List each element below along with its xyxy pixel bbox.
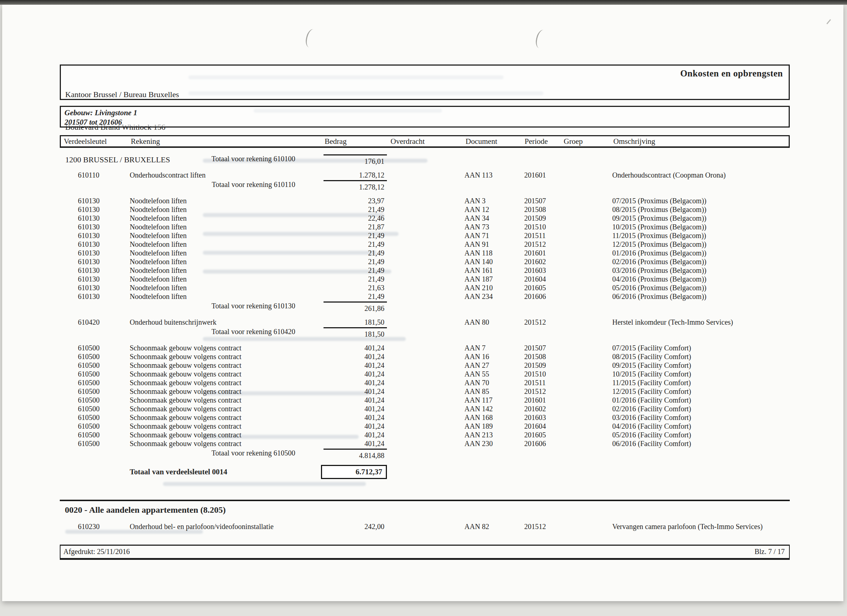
cell-document: AAN 189	[464, 422, 524, 430]
total-label: Totaal voor rekening 610100	[78, 154, 323, 165]
cell-rekening: Noodtelefoon liften	[130, 275, 323, 284]
section-divider-rule	[60, 500, 790, 501]
cell-periode: 201510	[524, 223, 563, 231]
table-row: 610130 Noodtelefoon liften 21,49 AAN 71 …	[60, 231, 790, 240]
cell-overdracht	[384, 430, 464, 439]
cell-rekening: Noodtelefoon liften	[130, 240, 323, 248]
cell-document: AAN 234	[464, 292, 524, 301]
cell-document: AAN 85	[464, 387, 524, 396]
cell-overdracht	[384, 396, 464, 405]
cell-verdeelsleutel: 610130	[78, 214, 130, 223]
col-rekening: Rekening	[131, 136, 325, 146]
cell-overdracht	[384, 344, 464, 352]
cell-periode: 201511	[524, 231, 563, 240]
cell-verdeelsleutel: 610130	[78, 257, 130, 266]
cell-document: AAN 70	[464, 378, 524, 387]
cell-document: AAN 168	[464, 413, 524, 422]
cell-verdeelsleutel: 610130	[78, 205, 130, 214]
table-row: 610500 Schoonmaak gebouw volgens contrac…	[60, 387, 790, 396]
cell-bedrag: 21,49	[323, 248, 384, 257]
cell-verdeelsleutel: 610110	[78, 171, 130, 179]
account-total-row: Totaal voor rekening 610500 4.814,88	[60, 449, 790, 460]
account-total-row: Totaal voor rekening 610110 1.278,12	[60, 180, 790, 191]
cell-rekening: Noodtelefoon liften	[130, 257, 323, 266]
cell-document: AAN 118	[464, 248, 524, 257]
cell-document: AAN 187	[464, 275, 524, 284]
table-row: 610500 Schoonmaak gebouw volgens contrac…	[60, 430, 790, 439]
cell-document: AAN 27	[464, 361, 524, 369]
cell-document: AAN 16	[464, 352, 524, 361]
cell-rekening: Schoonmaak gebouw volgens contract	[130, 430, 323, 439]
cell-overdracht	[384, 369, 464, 378]
cell-groep	[563, 369, 612, 378]
cell-document: AAN 140	[464, 257, 524, 266]
cell-groep	[563, 352, 612, 361]
cell-verdeelsleutel: 610130	[78, 231, 130, 240]
building-header-box: Gebouw: Livingstone 1 201507 tot 201606	[60, 106, 790, 127]
cell-rekening: Schoonmaak gebouw volgens contract	[130, 344, 323, 352]
table-row: 610130 Noodtelefoon liften 21,49 AAN 91 …	[60, 240, 790, 248]
cell-verdeelsleutel: 610500	[78, 439, 130, 448]
cell-verdeelsleutel: 610130	[78, 248, 130, 257]
cell-bedrag: 401,24	[323, 352, 384, 361]
cell-document: AAN 82	[464, 522, 524, 531]
cell-verdeelsleutel: 610130	[78, 284, 130, 292]
account-total-row: Totaal voor rekening 610130 261,86	[60, 301, 790, 313]
cell-groep	[563, 396, 612, 405]
cell-periode: 201510	[524, 369, 563, 378]
cell-document: AAN 91	[464, 240, 524, 248]
cell-overdracht	[384, 292, 464, 301]
cell-periode: 201512	[524, 522, 563, 531]
total-tail-spacer	[387, 180, 790, 191]
total-tail-spacer	[387, 301, 790, 313]
cell-periode: 201602	[524, 405, 563, 413]
cell-omschrijving: Herstel inkomdeur (Tech-Immo Services)	[612, 318, 790, 326]
total-tail-spacer	[387, 449, 790, 460]
cell-omschrijving: 12/2015 (Proximus (Belgacom))	[612, 240, 790, 248]
cell-overdracht	[384, 214, 464, 223]
cell-rekening: Schoonmaak gebouw volgens contract	[130, 439, 323, 448]
cell-verdeelsleutel: 610500	[78, 396, 130, 405]
table-row: 610420 Onderhoud buitenschrijnwerk 181,5…	[60, 318, 790, 326]
building-period: 201507 tot 201606	[65, 117, 137, 127]
cell-overdracht	[384, 257, 464, 266]
cell-bedrag: 401,24	[323, 422, 384, 430]
cell-periode: 201602	[524, 257, 563, 266]
scanner-edge-strip	[0, 0, 847, 5]
cell-periode: 201601	[524, 396, 563, 405]
table-row: 610500 Schoonmaak gebouw volgens contrac…	[60, 344, 790, 352]
cell-groep	[563, 318, 612, 326]
cell-verdeelsleutel: 610130	[78, 275, 130, 284]
cell-rekening: Schoonmaak gebouw volgens contract	[130, 387, 323, 396]
total-amount: 1.278,12	[323, 180, 387, 191]
cell-rekening: Noodtelefoon liften	[130, 292, 323, 301]
cell-omschrijving: 03/2016 (Facility Comfort)	[612, 413, 790, 422]
cell-periode: 201511	[524, 378, 563, 387]
account-total-row: Totaal voor rekening 610100 176,01	[60, 154, 790, 165]
table-row: 610500 Schoonmaak gebouw volgens contrac…	[60, 422, 790, 430]
table-row: 610110 Onderhoudscontract liften 1.278,1…	[60, 171, 790, 179]
account-group: 610500 Schoonmaak gebouw volgens contrac…	[60, 344, 790, 460]
cell-groep	[563, 439, 612, 448]
cell-bedrag: 23,97	[323, 196, 384, 205]
table-row: 610500 Schoonmaak gebouw volgens contrac…	[60, 361, 790, 369]
total-label: Totaal voor rekening 610130	[78, 301, 323, 313]
cell-bedrag: 21,63	[323, 284, 384, 292]
cell-overdracht	[384, 378, 464, 387]
cell-bedrag: 401,24	[323, 369, 384, 378]
col-document: Document	[466, 136, 525, 146]
cell-bedrag: 21,49	[323, 275, 384, 284]
total-amount: 4.814,88	[323, 449, 387, 460]
total-tail-spacer	[387, 154, 790, 165]
cell-groep	[563, 205, 612, 214]
cell-groep	[563, 257, 612, 266]
cell-verdeelsleutel: 610500	[78, 413, 130, 422]
total-amount: 176,01	[323, 154, 387, 165]
cell-bedrag: 401,24	[323, 378, 384, 387]
cell-document: AAN 3	[464, 196, 524, 205]
cell-bedrag: 21,49	[323, 266, 384, 275]
cell-rekening: Schoonmaak gebouw volgens contract	[130, 422, 323, 430]
cell-groep	[563, 361, 612, 369]
col-groep: Groep	[564, 136, 613, 146]
ledger-body: Totaal voor rekening 610100 176,01 61011…	[60, 154, 790, 479]
